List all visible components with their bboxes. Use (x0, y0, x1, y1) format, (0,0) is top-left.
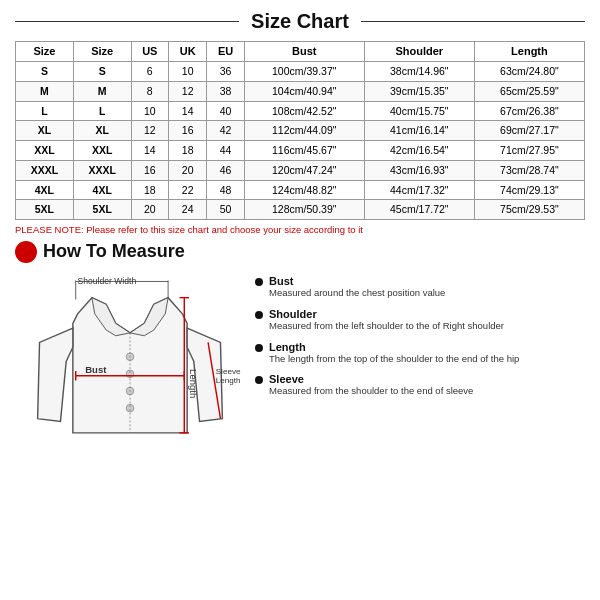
measure-item-title: Bust (269, 275, 445, 287)
svg-text:Bust: Bust (85, 364, 107, 375)
table-header-cell: UK (168, 42, 206, 62)
table-cell: 45cm/17.72" (364, 200, 474, 220)
table-cell: XL (16, 121, 74, 141)
jacket-illustration: Shoulder Width (15, 271, 245, 471)
table-cell: 100cm/39.37" (244, 62, 364, 82)
table-cell: 10 (131, 101, 168, 121)
table-row: XXLXXL141844116cm/45.67"42cm/16.54"71cm/… (16, 141, 585, 161)
how-to-measure-title: How To Measure (43, 241, 185, 262)
table-cell: 4XL (16, 180, 74, 200)
bottom-section: Shoulder Width (15, 271, 585, 471)
measure-item-title: Length (269, 341, 519, 353)
table-cell: XXXL (16, 160, 74, 180)
table-cell: 10 (168, 62, 206, 82)
table-cell: 44cm/17.32" (364, 180, 474, 200)
table-cell: 40cm/15.75" (364, 101, 474, 121)
table-cell: 120cm/47.24" (244, 160, 364, 180)
title-row: Size Chart (15, 10, 585, 33)
table-cell: 46 (207, 160, 244, 180)
table-cell: 44 (207, 141, 244, 161)
table-cell: 16 (131, 160, 168, 180)
table-cell: 6 (131, 62, 168, 82)
table-cell: S (16, 62, 74, 82)
svg-text:Length: Length (216, 376, 241, 385)
table-cell: 42 (207, 121, 244, 141)
table-cell: 124cm/48.82" (244, 180, 364, 200)
bullet-icon (255, 376, 263, 384)
table-body: SS61036100cm/39.37"38cm/14.96"63cm/24.80… (16, 62, 585, 220)
measure-item: ShoulderMeasured from the left shoulder … (255, 308, 585, 333)
table-cell: XXXL (73, 160, 131, 180)
table-cell: L (73, 101, 131, 121)
table-cell: 38cm/14.96" (364, 62, 474, 82)
table-cell: 41cm/16.14" (364, 121, 474, 141)
svg-text:Sleeve: Sleeve (216, 367, 241, 376)
please-note: PLEASE NOTE: Please refer to this size c… (15, 224, 585, 235)
measure-list: BustMeasured around the chest position v… (255, 271, 585, 471)
table-cell: 14 (168, 101, 206, 121)
table-row: SS61036100cm/39.37"38cm/14.96"63cm/24.80… (16, 62, 585, 82)
table-cell: 128cm/50.39" (244, 200, 364, 220)
how-to-measure-header: How To Measure (15, 241, 585, 263)
measure-item: SleeveMeasured from the shoulder to the … (255, 373, 585, 398)
table-cell: 50 (207, 200, 244, 220)
table-cell: 4XL (73, 180, 131, 200)
table-cell: XXL (73, 141, 131, 161)
bullet-icon (255, 311, 263, 319)
table-cell: 14 (131, 141, 168, 161)
title-line-right (361, 21, 585, 22)
table-header-cell: Shoulder (364, 42, 474, 62)
measure-item-content: LengthThe length from the top of the sho… (269, 341, 519, 366)
table-cell: 39cm/15.35" (364, 82, 474, 102)
bullet-icon (255, 344, 263, 352)
table-cell: 74cm/29.13" (474, 180, 584, 200)
measure-item-desc: Measured from the shoulder to the end of… (269, 385, 473, 398)
table-cell: 12 (131, 121, 168, 141)
table-cell: 42cm/16.54" (364, 141, 474, 161)
table-header-cell: Length (474, 42, 584, 62)
table-cell: 36 (207, 62, 244, 82)
table-row: XXXLXXXL162046120cm/47.24"43cm/16.93"73c… (16, 160, 585, 180)
table-cell: M (73, 82, 131, 102)
table-cell: 12 (168, 82, 206, 102)
table-cell: 48 (207, 180, 244, 200)
table-cell: 65cm/25.59" (474, 82, 584, 102)
title-line-left (15, 21, 239, 22)
page-title: Size Chart (239, 10, 361, 33)
measure-item-desc: Measured around the chest position value (269, 287, 445, 300)
table-cell: 22 (168, 180, 206, 200)
table-header-cell: Size (73, 42, 131, 62)
table-cell: 108cm/42.52" (244, 101, 364, 121)
table-cell: 71cm/27.95" (474, 141, 584, 161)
table-cell: 63cm/24.80" (474, 62, 584, 82)
bullet-icon (255, 278, 263, 286)
table-cell: 104cm/40.94" (244, 82, 364, 102)
table-cell: 16 (168, 121, 206, 141)
table-header-row: SizeSizeUSUKEUBustShoulderLength (16, 42, 585, 62)
table-cell: L (16, 101, 74, 121)
measure-item-title: Sleeve (269, 373, 473, 385)
measure-item-content: BustMeasured around the chest position v… (269, 275, 445, 300)
measure-item: LengthThe length from the top of the sho… (255, 341, 585, 366)
measure-item-desc: Measured from the left shoulder to the o… (269, 320, 504, 333)
table-row: XLXL121642112cm/44.09"41cm/16.14"69cm/27… (16, 121, 585, 141)
table-cell: 18 (131, 180, 168, 200)
table-cell: 8 (131, 82, 168, 102)
table-cell: 112cm/44.09" (244, 121, 364, 141)
table-cell: 43cm/16.93" (364, 160, 474, 180)
measure-item-title: Shoulder (269, 308, 504, 320)
table-cell: 40 (207, 101, 244, 121)
measure-item-content: SleeveMeasured from the shoulder to the … (269, 373, 473, 398)
table-cell: 38 (207, 82, 244, 102)
table-header-cell: Bust (244, 42, 364, 62)
table-header-cell: Size (16, 42, 74, 62)
table-cell: XXL (16, 141, 74, 161)
table-cell: 69cm/27.17" (474, 121, 584, 141)
table-cell: 116cm/45.67" (244, 141, 364, 161)
table-cell: 5XL (73, 200, 131, 220)
table-cell: 20 (131, 200, 168, 220)
table-cell: 75cm/29.53" (474, 200, 584, 220)
table-row: LL101440108cm/42.52"40cm/15.75"67cm/26.3… (16, 101, 585, 121)
table-cell: S (73, 62, 131, 82)
table-row: 4XL4XL182248124cm/48.82"44cm/17.32"74cm/… (16, 180, 585, 200)
